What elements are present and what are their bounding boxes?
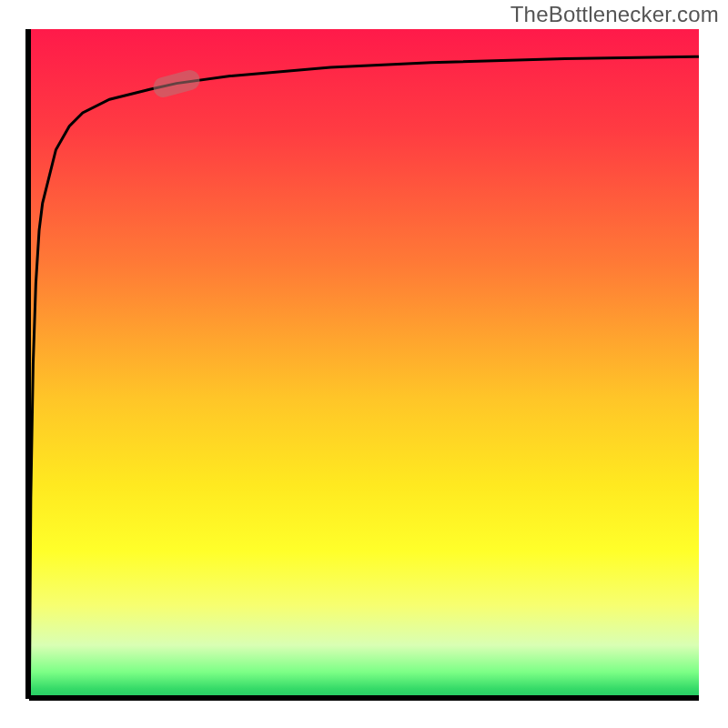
- x-axis: [29, 695, 699, 701]
- y-axis: [25, 29, 31, 699]
- chart-plot-area: [29, 29, 699, 699]
- attribution-text: TheBottlenecker.com: [511, 2, 719, 27]
